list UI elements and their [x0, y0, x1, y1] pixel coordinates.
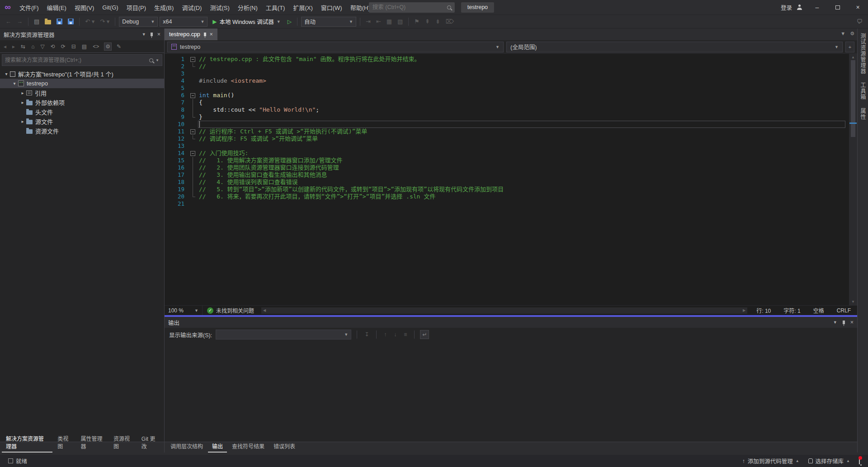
find-message-icon[interactable]: ↧: [363, 330, 371, 339]
undo-icon[interactable]: ↶ ▾: [83, 17, 96, 26]
restore-button[interactable]: [827, 0, 848, 14]
select-repository-button[interactable]: 选择存储库 ▲: [804, 455, 854, 467]
pin-icon[interactable]: [151, 33, 153, 36]
code-editor[interactable]: 1// testrepo.cpp : 此文件包含 "main" 函数。程序执行将…: [165, 54, 857, 305]
auto-combo[interactable]: 自动▼: [301, 17, 356, 27]
tool-window-tab[interactable]: Git 更改: [137, 433, 162, 453]
background-tasks-icon[interactable]: [8, 458, 13, 463]
fold-collapse-icon[interactable]: [190, 151, 195, 156]
panel-tab[interactable]: 输出: [208, 441, 227, 453]
zoom-combo[interactable]: 100 %▼: [165, 306, 203, 315]
menu-item[interactable]: 分析(N): [234, 0, 262, 14]
filter-icon[interactable]: ▽: [39, 43, 45, 50]
notifications-button[interactable]: [854, 458, 864, 464]
menu-item[interactable]: 编辑(E): [43, 0, 71, 14]
pin-icon[interactable]: [843, 321, 845, 324]
outdent-icon[interactable]: ⇤: [374, 17, 383, 26]
platform-combo[interactable]: x64▼: [160, 17, 208, 27]
home-icon[interactable]: ⌂: [30, 43, 35, 50]
code-view-icon[interactable]: <>: [92, 43, 100, 50]
menu-item[interactable]: 扩展(X): [289, 0, 316, 14]
spaces-indicator[interactable]: 空格: [807, 307, 830, 314]
previous-message-icon[interactable]: ↑: [382, 330, 388, 339]
menu-item[interactable]: 项目(P): [123, 0, 150, 14]
scope-dropdown[interactable]: (全局范围) ▼: [506, 42, 843, 52]
autohide-tab[interactable]: 测试资源管理器: [859, 33, 867, 74]
tree-item[interactable]: ▾解决方案"testrepo"(1 个项目/共 1 个): [0, 69, 164, 79]
panel-menu-icon[interactable]: ▼: [142, 32, 146, 37]
pencil-icon[interactable]: ✎: [116, 43, 122, 50]
tree-item[interactable]: 资源文件: [0, 126, 164, 136]
column-indicator[interactable]: 字符: 1: [777, 307, 807, 314]
menu-item[interactable]: 视图(V): [71, 0, 98, 14]
close-tab-icon[interactable]: ×: [210, 31, 213, 38]
refresh-icon[interactable]: ⟳: [60, 43, 66, 50]
next-message-icon[interactable]: ↓: [392, 330, 398, 339]
back-icon[interactable]: ◂: [3, 43, 7, 50]
add-to-source-control-button[interactable]: ↑ 添加到源代码管理 ▲: [738, 455, 804, 467]
previous-bookmark-icon[interactable]: ⇞: [423, 17, 432, 26]
split-editor-icon[interactable]: +: [845, 42, 854, 52]
line-indicator[interactable]: 行: 10: [750, 307, 777, 314]
document-tab[interactable]: testrepo.cpp ×: [165, 28, 217, 40]
next-bookmark-icon[interactable]: ⇟: [434, 17, 442, 26]
menu-item[interactable]: 文件(F): [15, 0, 43, 14]
pin-tab-icon[interactable]: [204, 33, 206, 36]
tool-window-tab[interactable]: 解决方案资源管理器: [2, 433, 52, 453]
show-all-files-icon[interactable]: ▤: [81, 43, 88, 50]
panel-tab[interactable]: 调用层次结构: [166, 441, 207, 453]
expander-icon[interactable]: ▸: [19, 100, 26, 105]
panel-tab[interactable]: 查找符号结果: [228, 441, 269, 453]
project-dropdown[interactable]: testrepo ▼: [167, 42, 504, 52]
clear-all-icon[interactable]: ≡: [402, 330, 409, 339]
output-source-combo[interactable]: ▼: [216, 330, 351, 340]
panel-tab[interactable]: 错误列表: [269, 441, 299, 453]
uncomment-icon[interactable]: ▧: [396, 17, 405, 26]
navigate-backward-icon[interactable]: ←: [4, 17, 13, 26]
close-button[interactable]: ×: [848, 0, 868, 14]
tree-item[interactable]: ▸引用: [0, 88, 164, 98]
redo-icon[interactable]: ↷ ▾: [98, 17, 111, 26]
panel-menu-icon[interactable]: ▼: [833, 320, 837, 325]
window-options-icon[interactable]: ⚙: [850, 31, 854, 37]
expander-icon[interactable]: ▾: [3, 71, 10, 76]
close-panel-icon[interactable]: ×: [850, 319, 854, 325]
open-file-icon[interactable]: [43, 18, 53, 25]
save-icon[interactable]: [55, 18, 64, 25]
properties-icon[interactable]: ⚙: [104, 42, 112, 51]
tool-window-tab[interactable]: 属性管理器: [77, 433, 108, 453]
autohide-tab[interactable]: 工具箱: [859, 82, 867, 100]
fold-collapse-icon[interactable]: [190, 93, 195, 98]
autohide-tab[interactable]: 属性: [859, 108, 867, 120]
solution-search-input[interactable]: [5, 57, 149, 63]
tree-item[interactable]: ▸源文件: [0, 117, 164, 126]
navigate-forward-icon[interactable]: →: [15, 17, 24, 26]
tree-item[interactable]: ▾testrepo: [0, 79, 164, 88]
close-panel-icon[interactable]: ×: [157, 31, 160, 38]
comment-icon[interactable]: ▦: [385, 17, 394, 26]
start-without-debugging-icon[interactable]: ▷: [286, 18, 293, 26]
quick-search-box[interactable]: [369, 2, 455, 13]
clear-bookmarks-icon[interactable]: ⌦: [444, 17, 456, 26]
search-options-icon[interactable]: ▼: [156, 58, 159, 62]
switch-views-icon[interactable]: ⇆: [20, 43, 26, 50]
account-icon[interactable]: [797, 5, 802, 10]
save-all-icon[interactable]: [66, 18, 75, 25]
expander-icon[interactable]: ▸: [19, 90, 26, 95]
word-wrap-icon[interactable]: ↵: [420, 330, 429, 339]
tool-window-tab[interactable]: 资源视图: [109, 433, 137, 453]
new-project-icon[interactable]: ▤: [32, 17, 41, 26]
menu-item[interactable]: Git(G): [98, 0, 122, 14]
collapse-all-icon[interactable]: ⊟: [71, 43, 77, 50]
indent-icon[interactable]: ⇥: [364, 17, 373, 26]
document-health-indicator[interactable]: ✓ 未找到相关问题: [203, 307, 259, 314]
feedback-icon[interactable]: 🗩: [855, 17, 864, 26]
menu-item[interactable]: 窗口(W): [317, 0, 346, 14]
fold-collapse-icon[interactable]: [190, 129, 195, 134]
expander-icon[interactable]: ▾: [11, 81, 18, 86]
sign-in-button[interactable]: 登录: [777, 3, 796, 12]
search-input[interactable]: [373, 4, 447, 10]
expander-icon[interactable]: ▸: [19, 119, 26, 124]
eol-indicator[interactable]: CRLF: [830, 307, 857, 314]
tree-item[interactable]: ▸外部依赖项: [0, 98, 164, 107]
